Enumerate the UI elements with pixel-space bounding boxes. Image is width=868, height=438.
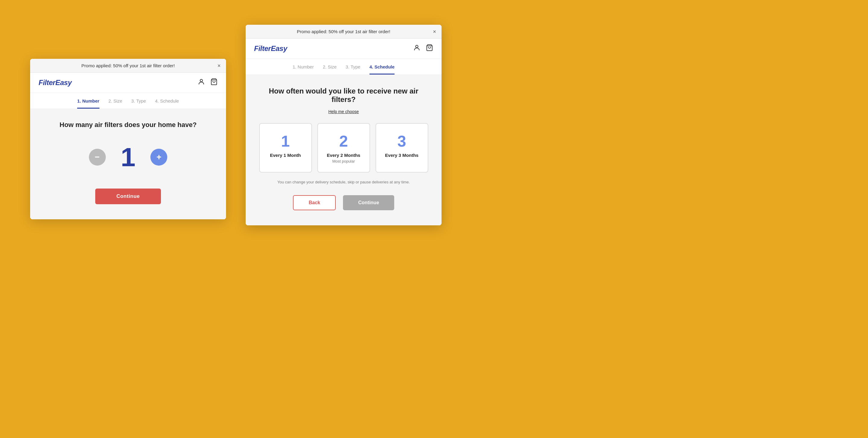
right-question-title: How often would you like to receive new … — [258, 87, 430, 104]
left-step-1[interactable]: 1. Number — [77, 98, 99, 109]
schedule-cards-container: 1 Every 1 Month 2 Every 2 Months Most po… — [258, 123, 430, 173]
delivery-note: You can change your delivery schedule, s… — [258, 180, 430, 184]
right-promo-banner: Promo applied: 50% off your 1st air filt… — [246, 25, 441, 39]
right-steps-nav: 1. Number 2. Size 3. Type 4. Schedule — [246, 59, 441, 75]
increment-button[interactable]: + — [150, 149, 167, 166]
back-button[interactable]: Back — [293, 195, 336, 210]
right-user-icon[interactable] — [413, 44, 421, 53]
card-1-label: Every 1 Month — [265, 153, 307, 158]
counter-row: − 1 + — [42, 144, 214, 170]
svg-point-0 — [200, 79, 203, 82]
left-step-2[interactable]: 2. Size — [108, 98, 122, 109]
left-modal-header: FilterEasy — [30, 73, 226, 93]
right-modal-header: FilterEasy — [246, 39, 441, 59]
counter-value: 1 — [121, 144, 135, 170]
bottom-buttons: Back Continue — [258, 195, 430, 210]
left-modal-content: How many air filters does your home have… — [30, 109, 226, 219]
card-1-number: 1 — [265, 133, 307, 149]
left-cart-icon[interactable] — [210, 78, 218, 87]
right-promo-close-button[interactable]: × — [433, 29, 436, 34]
right-cart-icon[interactable] — [426, 44, 433, 53]
right-step-4[interactable]: 4. Schedule — [370, 64, 395, 75]
card-3-label: Every 3 Months — [381, 153, 423, 158]
left-promo-banner: Promo applied: 50% off your 1st air filt… — [30, 59, 226, 73]
right-continue-button[interactable]: Continue — [343, 195, 394, 210]
left-user-icon[interactable] — [198, 78, 205, 87]
left-question-title: How many air filters does your home have… — [42, 121, 214, 129]
schedule-card-1month[interactable]: 1 Every 1 Month — [259, 123, 312, 173]
right-step-2[interactable]: 2. Size — [323, 64, 337, 75]
left-modal: Promo applied: 50% off your 1st air filt… — [30, 59, 226, 219]
decrement-button[interactable]: − — [89, 149, 106, 166]
left-logo: FilterEasy — [38, 79, 72, 87]
card-2-sublabel: Most popular — [323, 159, 365, 164]
help-me-choose-link[interactable]: Help me choose — [258, 109, 430, 114]
right-step-3[interactable]: 3. Type — [346, 64, 361, 75]
right-step-1[interactable]: 1. Number — [293, 64, 314, 75]
card-2-number: 2 — [323, 133, 365, 149]
right-header-icons — [413, 44, 433, 53]
card-2-label: Every 2 Months — [323, 153, 365, 158]
right-modal: Promo applied: 50% off your 1st air filt… — [246, 25, 441, 225]
left-promo-text: Promo applied: 50% off your 1st air filt… — [82, 63, 175, 68]
card-3-number: 3 — [381, 133, 423, 149]
left-step-3[interactable]: 3. Type — [131, 98, 146, 109]
schedule-card-2months[interactable]: 2 Every 2 Months Most popular — [317, 123, 370, 173]
left-header-icons — [198, 78, 218, 87]
svg-point-2 — [415, 45, 418, 48]
right-logo: FilterEasy — [254, 45, 287, 53]
right-modal-content: How often would you like to receive new … — [246, 75, 441, 225]
left-step-4[interactable]: 4. Schedule — [155, 98, 179, 109]
left-steps-nav: 1. Number 2. Size 3. Type 4. Schedule — [30, 93, 226, 109]
left-continue-button[interactable]: Continue — [95, 188, 161, 204]
right-promo-text: Promo applied: 50% off your 1st air filt… — [297, 29, 390, 34]
schedule-card-3months[interactable]: 3 Every 3 Months — [375, 123, 428, 173]
left-promo-close-button[interactable]: × — [217, 63, 221, 68]
